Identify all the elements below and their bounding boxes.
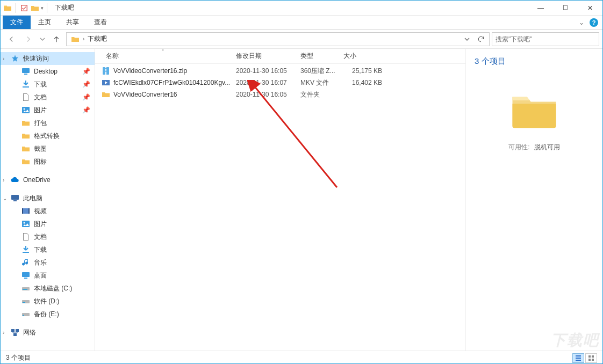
help-icon[interactable]: ? — [590, 18, 598, 27]
sidebar-label: 截图 — [34, 144, 47, 154]
sidebar-item-jietu[interactable]: 截图 — [1, 142, 95, 155]
availability-row: 可用性: 脱机可用 — [508, 143, 559, 152]
col-header-date[interactable]: 修改日期 — [232, 49, 296, 63]
column-headers: 名称˄ 修改日期 类型 大小 — [95, 49, 465, 64]
maximize-button[interactable]: ☐ — [553, 1, 578, 16]
breadcrumb-root-icon[interactable] — [69, 33, 82, 46]
qa-newfolder-icon[interactable] — [30, 3, 40, 13]
nav-up-button[interactable] — [49, 32, 64, 47]
sidebar-item-tubiao[interactable]: 图标 — [1, 155, 95, 168]
sidebar-item-pictures2[interactable]: 图片 — [1, 217, 95, 230]
col-header-name[interactable]: 名称˄ — [102, 49, 232, 63]
sidebar-item-documents[interactable]: 文档📌 — [1, 91, 95, 104]
sidebar-quick-access[interactable]: › 快速访问 — [1, 52, 95, 65]
folder-icon — [21, 157, 31, 166]
sidebar-label: 桌面 — [34, 271, 47, 280]
svg-rect-6 — [11, 195, 19, 200]
status-right — [572, 353, 597, 363]
refresh-icon[interactable] — [475, 33, 487, 45]
svg-rect-24 — [13, 333, 17, 336]
svg-rect-23 — [16, 329, 19, 332]
tab-share[interactable]: 共享 — [59, 16, 87, 29]
tab-home[interactable]: 主页 — [31, 16, 59, 29]
ribbon-expand-icon[interactable]: ⌄ — [579, 19, 584, 26]
sidebar-item-desktop2[interactable]: 桌面 — [1, 269, 95, 282]
nav-sidebar: › 快速访问 Desktop📌 下载📌 文档📌 图片📌 打包 格式转换 截图 图… — [1, 49, 95, 351]
sidebar-item-dabao[interactable]: 打包 — [1, 117, 95, 129]
svg-rect-27 — [105, 68, 106, 69]
window-controls: — ☐ ✕ — [528, 1, 602, 16]
svg-line-31 — [254, 85, 337, 187]
file-date: 2020-11-30 16:05 — [236, 67, 300, 75]
file-row[interactable]: VoVVideoConverter162020-11-30 16:05文件夹 — [102, 89, 465, 100]
search-box[interactable] — [492, 32, 599, 46]
folder-icon — [21, 144, 31, 154]
sidebar-label: 备份 (E:) — [34, 310, 59, 319]
pictures-icon — [21, 219, 31, 229]
sidebar-item-downloads2[interactable]: 下载 — [1, 243, 95, 256]
view-details-button[interactable] — [572, 353, 584, 363]
breadcrumb-current[interactable]: 下载吧 — [85, 33, 109, 46]
nav-back-button[interactable] — [4, 32, 19, 47]
chevron-down-icon[interactable]: ⌄ — [3, 195, 7, 201]
close-button[interactable]: ✕ — [578, 1, 602, 16]
sidebar-item-desktop[interactable]: Desktop📌 — [1, 65, 95, 78]
file-list-area[interactable]: 名称˄ 修改日期 类型 大小 VoVVideoConverter16.zip20… — [95, 49, 465, 351]
sidebar-label: 格式转换 — [34, 132, 60, 141]
col-header-type[interactable]: 类型 — [296, 49, 339, 63]
sidebar-item-drive-d[interactable]: 软件 (D:) — [1, 295, 95, 308]
address-right-controls — [461, 33, 487, 45]
tab-view[interactable]: 查看 — [87, 16, 114, 29]
documents-icon — [21, 92, 31, 102]
svg-rect-9 — [22, 208, 23, 214]
search-input[interactable] — [496, 35, 595, 43]
nav-forward-button[interactable] — [21, 32, 36, 47]
svg-rect-19 — [23, 302, 25, 303]
view-icons-button[interactable] — [585, 353, 597, 363]
sidebar-onedrive[interactable]: ›OneDrive — [1, 173, 95, 186]
qa-customize-icon[interactable]: ▾ — [41, 5, 44, 11]
content-area: › 快速访问 Desktop📌 下载📌 文档📌 图片📌 打包 格式转换 截图 图… — [1, 49, 602, 351]
qa-properties-icon[interactable] — [19, 3, 29, 13]
sidebar-label: 图片 — [34, 106, 47, 115]
tab-file[interactable]: 文件 — [3, 16, 31, 29]
folder-icon — [102, 90, 110, 99]
sidebar-item-downloads[interactable]: 下载📌 — [1, 78, 95, 91]
sidebar-item-pictures[interactable]: 图片📌 — [1, 104, 95, 117]
chevron-right-icon[interactable]: › — [82, 36, 85, 42]
file-name: VoVVideoConverter16.zip — [113, 67, 187, 75]
downloads-icon — [21, 245, 31, 254]
folder-icon — [21, 118, 31, 128]
file-date: 2020-11-30 16:07 — [236, 79, 300, 86]
chevron-right-icon[interactable]: › — [3, 177, 4, 183]
address-bar[interactable]: › 下载吧 — [66, 32, 490, 46]
sidebar-item-geshizhuanhuan[interactable]: 格式转换 — [1, 129, 95, 142]
nav-bar: › 下载吧 — [1, 30, 602, 49]
sidebar-item-documents2[interactable]: 文档 — [1, 230, 95, 243]
status-text: 3 个项目 — [6, 353, 31, 362]
file-row[interactable]: fcCWIEkdlx07CFrP1wGk01041200Kgv...2020-1… — [102, 77, 465, 89]
chevron-right-icon[interactable]: › — [3, 56, 4, 62]
sidebar-label: 下载 — [34, 80, 47, 89]
sidebar-item-music[interactable]: 音乐 — [1, 256, 95, 269]
sidebar-item-videos[interactable]: 视频 — [1, 205, 95, 217]
desktop-icon — [21, 67, 31, 76]
sidebar-label: OneDrive — [23, 176, 51, 184]
status-bar: 3 个项目 — [1, 351, 602, 364]
sidebar-thispc[interactable]: ⌄此电脑 — [1, 192, 95, 205]
nav-recent-button[interactable] — [38, 32, 47, 47]
sidebar-label: 文档 — [34, 232, 47, 242]
sidebar-label: 音乐 — [34, 258, 47, 267]
col-header-size[interactable]: 大小 — [339, 49, 382, 63]
minimize-button[interactable]: — — [528, 1, 553, 16]
sidebar-item-drive-e[interactable]: 备份 (E:) — [1, 308, 95, 321]
app-folder-icon[interactable] — [3, 3, 12, 13]
network-icon — [10, 327, 20, 337]
svg-rect-2 — [24, 74, 27, 75]
chevron-right-icon[interactable]: › — [3, 330, 4, 336]
availability-label: 可用性: — [508, 143, 529, 152]
address-dropdown-icon[interactable] — [461, 33, 473, 45]
sidebar-item-drive-c[interactable]: 本地磁盘 (C:) — [1, 282, 95, 295]
sidebar-network[interactable]: ›网络 — [1, 326, 95, 339]
file-row[interactable]: VoVVideoConverter16.zip2020-11-30 16:053… — [102, 65, 465, 77]
